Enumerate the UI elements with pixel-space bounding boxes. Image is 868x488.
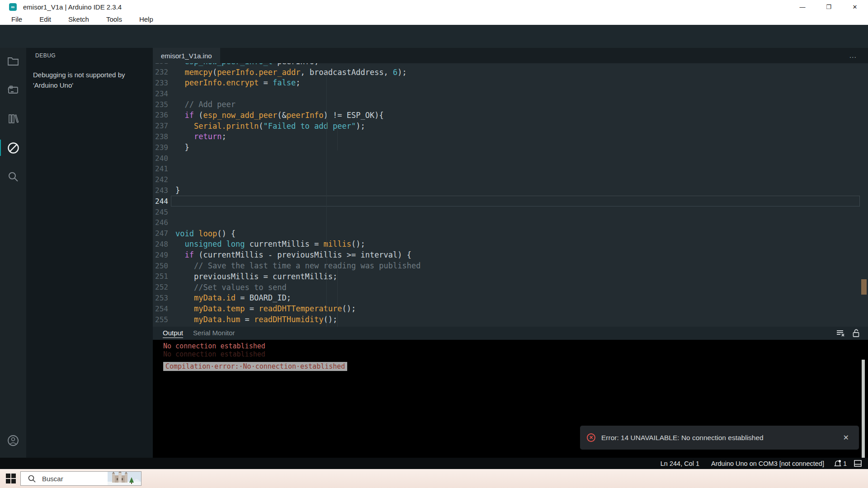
code-line[interactable]: 234 <box>153 88 868 99</box>
arduino-ide-window: ∞ emisor1_V1a | Arduino IDE 2.3.4 — ❐ ✕ … <box>0 0 868 488</box>
debug-panel-message: Debugging is not supported by 'Arduino U… <box>33 70 139 90</box>
start-button[interactable] <box>6 474 16 483</box>
indent-guide <box>337 122 338 150</box>
activity-rail <box>0 48 26 458</box>
close-button[interactable]: ✕ <box>842 0 868 14</box>
minimize-button[interactable]: — <box>789 0 816 14</box>
search-placeholder: Buscar <box>42 475 108 483</box>
line-number: 248 <box>153 240 171 249</box>
sidebar-item-debug[interactable] <box>0 136 26 160</box>
code-line[interactable]: 237 Serial.println("Failed to add peer")… <box>153 121 868 131</box>
code-text: Serial.println("Failed to add peer"); <box>175 122 365 131</box>
account-icon <box>7 435 19 446</box>
code-line-cursor[interactable]: 244 <box>153 196 868 206</box>
code-line[interactable]: 252 //Set values to send <box>153 282 868 293</box>
restore-button[interactable]: ❐ <box>816 0 842 14</box>
output-tab-serial-monitor[interactable]: Serial Monitor <box>193 329 235 338</box>
code-line[interactable]: 248 unsigned long currentMillis = millis… <box>153 239 868 250</box>
code-line[interactable]: 240 <box>153 153 868 164</box>
code-line[interactable]: 250 // Save the last time a new reading … <box>153 260 868 271</box>
output-tab-output[interactable]: Output <box>163 329 183 338</box>
line-number: 250 <box>153 262 171 270</box>
output-line-selected: Compilation·error:·No·connection·establi… <box>163 362 347 371</box>
line-number: 241 <box>153 164 171 173</box>
code-line[interactable]: 233 peerInfo.encrypt = false; <box>153 78 868 89</box>
search-input[interactable]: Buscar <box>20 471 142 486</box>
output-scrollbar-thumb[interactable] <box>862 360 865 474</box>
indent-guide <box>326 73 327 327</box>
sidebar-item-account[interactable] <box>0 429 26 452</box>
cursor-position[interactable]: Ln 244, Col 1 <box>660 460 699 467</box>
line-number: 242 <box>153 175 171 184</box>
board-port-status[interactable]: Arduino Uno on COM3 [not connected] <box>711 460 824 467</box>
toolbar: Arduino Uno ▼ <box>0 25 868 48</box>
menu-sketch[interactable]: Sketch <box>68 15 89 23</box>
menu-bar: FileEditSketchToolsHelp <box>0 14 868 25</box>
code-line[interactable]: 243} <box>153 185 868 196</box>
toast-close-icon[interactable]: ✕ <box>843 433 849 442</box>
code-line[interactable]: 239 } <box>153 142 868 153</box>
output-line-ghost: No connection established <box>163 350 265 358</box>
toggle-panel-icon[interactable] <box>854 460 862 467</box>
search-box-seasonal-art <box>108 472 141 485</box>
library-manager-icon <box>8 113 19 124</box>
window-title: emisor1_V1a | Arduino IDE 2.3.4 <box>23 3 122 11</box>
line-number: 240 <box>153 154 171 163</box>
notifications-button[interactable]: 1 <box>834 460 847 467</box>
code-line[interactable]: 246 <box>153 217 868 228</box>
menu-edit[interactable]: Edit <box>39 15 51 23</box>
line-number: 237 <box>153 122 171 130</box>
sidebar-item-search[interactable] <box>0 165 26 188</box>
sidebar-item-library-manager[interactable] <box>0 107 26 131</box>
line-number: 252 <box>153 283 171 291</box>
debug-panel-header: DEBUG <box>35 52 56 59</box>
line-number: 232 <box>153 68 171 76</box>
line-number: 249 <box>153 251 171 259</box>
code-line[interactable]: 254 myData.temp = readDHTTemperature(); <box>153 303 868 314</box>
search-icon <box>28 475 36 483</box>
code-line[interactable]: 235 // Add peer <box>153 99 868 110</box>
menu-tools[interactable]: Tools <box>106 15 122 23</box>
line-number: 246 <box>153 218 171 227</box>
code-line[interactable]: 255 myData.hum = readDHTHumidity(); <box>153 314 868 325</box>
debug-icon <box>7 142 19 154</box>
editor-scrollbar-thumb[interactable] <box>861 279 867 295</box>
code-line[interactable]: 253 myData.id = BOARD_ID; <box>153 293 868 304</box>
output-line-error: No connection established <box>163 342 265 350</box>
boards-manager-icon <box>7 85 19 95</box>
sidebar-item-boards-manager[interactable] <box>0 78 26 102</box>
code-text: esp_now_peer_info_t peerInfo; <box>175 63 319 66</box>
code-line[interactable]: 238 return; <box>153 131 868 142</box>
line-number: 235 <box>153 100 171 109</box>
line-number: 231 <box>153 63 171 66</box>
code-line[interactable]: 242 <box>153 174 868 185</box>
line-number: 236 <box>153 111 171 119</box>
line-number: 244 <box>153 197 171 206</box>
tab-emisor1-v1a[interactable]: emisor1_V1a.ino <box>153 48 220 63</box>
line-number: 245 <box>153 208 171 216</box>
clear-output-icon[interactable] <box>836 329 845 338</box>
code-line[interactable]: 245 <box>153 206 868 217</box>
more-actions-button[interactable]: ... <box>849 48 857 63</box>
menu-file[interactable]: File <box>11 15 22 23</box>
code-text: memcpy(peerInfo.peer_addr, broadcastAddr… <box>175 68 407 77</box>
code-line[interactable]: 251 previousMillis = currentMillis; <box>153 271 868 282</box>
code-text: } <box>175 186 180 195</box>
code-line[interactable]: 241 <box>153 164 868 174</box>
line-number: 243 <box>153 186 171 195</box>
code-text: unsigned long currentMillis = millis(); <box>175 239 365 249</box>
sidebar-item-sketchbook[interactable] <box>0 49 26 73</box>
code-line[interactable]: 247void loop() { <box>153 228 868 239</box>
code-line[interactable]: 236 if (esp_now_add_peer(&peerInfo) != E… <box>153 110 868 121</box>
code-line[interactable]: 249 if (currentMillis - previousMillis >… <box>153 249 868 260</box>
error-toast: ✕ Error: 14 UNAVAILABLE: No connection e… <box>580 426 859 450</box>
code-line[interactable]: 231 esp_now_peer_info_t peerInfo; <box>153 63 868 67</box>
lock-open-icon[interactable] <box>852 329 860 338</box>
search-icon <box>8 171 19 182</box>
code-editor[interactable]: 231 esp_now_peer_info_t peerInfo;232 mem… <box>153 63 868 327</box>
line-number: 233 <box>153 79 171 87</box>
menu-help[interactable]: Help <box>139 15 153 23</box>
code-text: previousMillis = currentMillis; <box>175 272 337 281</box>
code-line[interactable]: 232 memcpy(peerInfo.peer_addr, broadcast… <box>153 67 868 78</box>
code-text: if (currentMillis - previousMillis >= in… <box>175 250 411 259</box>
